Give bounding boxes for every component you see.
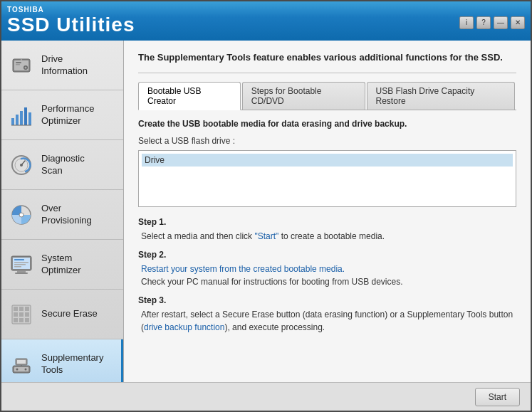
system-optimizer-label: SystemOptimizer bbox=[41, 253, 81, 277]
step-3-highlight: drive backup function bbox=[144, 322, 224, 332]
sidebar-item-secure-erase[interactable]: Secure Erase bbox=[1, 290, 123, 339]
supplementary-tools-icon bbox=[9, 352, 34, 377]
bottom-bar: Start bbox=[1, 382, 531, 411]
svg-rect-40 bbox=[17, 360, 26, 364]
over-provisioning-label: OverProvisioning bbox=[41, 203, 92, 227]
svg-rect-7 bbox=[11, 118, 14, 125]
step-2-section: Step 2. Restart your system from the cre… bbox=[138, 250, 516, 288]
diagnostic-scan-label: DiagnosticScan bbox=[41, 153, 85, 177]
info-button[interactable]: i bbox=[459, 16, 474, 29]
step-2-body: Restart your system from the created boo… bbox=[138, 263, 516, 288]
step-3-section: Step 3. After restart, select a Secure E… bbox=[138, 295, 516, 334]
svg-rect-25 bbox=[14, 264, 26, 265]
tab-bootable-usb[interactable]: Bootable USB Creator bbox=[138, 82, 241, 110]
step-3-title: Step 3. bbox=[138, 295, 516, 305]
content-header-text: The Supplementary Tools feature enables … bbox=[138, 52, 503, 63]
window-controls: i ? — ✕ bbox=[459, 14, 525, 29]
drive-option[interactable]: Drive bbox=[142, 154, 513, 167]
svg-rect-29 bbox=[19, 307, 24, 311]
step-1-section: Step 1. Select a media and then click "S… bbox=[138, 217, 516, 243]
svg-rect-36 bbox=[25, 318, 29, 322]
minimize-button[interactable]: — bbox=[494, 16, 508, 29]
svg-rect-8 bbox=[16, 115, 19, 125]
diagnostic-scan-icon bbox=[9, 152, 34, 178]
sidebar-item-supplementary-tools[interactable]: SupplementaryTools bbox=[1, 339, 123, 382]
svg-rect-33 bbox=[25, 312, 29, 317]
sidebar-item-system-optimizer[interactable]: SystemOptimizer bbox=[1, 240, 123, 290]
svg-rect-31 bbox=[14, 312, 18, 317]
brand-name: TOSHIBA bbox=[7, 6, 135, 14]
svg-point-18 bbox=[19, 213, 24, 217]
svg-rect-21 bbox=[17, 270, 26, 273]
help-button[interactable]: ? bbox=[476, 16, 491, 29]
svg-point-3 bbox=[25, 66, 27, 68]
close-button[interactable]: ✕ bbox=[511, 16, 525, 29]
content-description: The Supplementary Tools feature enables … bbox=[138, 51, 516, 64]
performance-optimizer-label: PerformanceOptimizer bbox=[41, 103, 94, 127]
sidebar: DriveInformation PerformanceOptimizer bbox=[1, 41, 124, 382]
secure-erase-label: Secure Erase bbox=[41, 308, 98, 320]
svg-rect-32 bbox=[19, 312, 24, 317]
step-2-title: Step 2. bbox=[138, 250, 516, 260]
svg-rect-11 bbox=[28, 112, 31, 125]
svg-rect-4 bbox=[16, 62, 21, 63]
sidebar-item-over-provisioning[interactable]: OverProvisioning bbox=[1, 190, 123, 240]
drive-information-icon bbox=[9, 53, 34, 78]
step-2-line1: Restart your system from the created boo… bbox=[141, 264, 345, 274]
tab-content: Create the USB bootable media for data e… bbox=[138, 119, 516, 334]
tab-bar: Bootable USB Creator Steps for Bootable … bbox=[138, 82, 516, 110]
over-provisioning-icon bbox=[9, 202, 34, 228]
brand-block: TOSHIBA SSD Utilities bbox=[7, 6, 135, 36]
step-1-body: Select a media and then click "Start" to… bbox=[138, 230, 516, 243]
main-window: TOSHIBA SSD Utilities i ? — ✕ bbox=[0, 0, 532, 412]
svg-rect-30 bbox=[25, 307, 29, 311]
main-body: DriveInformation PerformanceOptimizer bbox=[1, 41, 531, 382]
sidebar-item-performance-optimizer[interactable]: PerformanceOptimizer bbox=[1, 90, 123, 140]
create-label: Create the USB bootable media for data e… bbox=[138, 119, 516, 129]
svg-point-42 bbox=[16, 368, 19, 370]
select-usb-label: Select a USB flash drive : bbox=[138, 136, 516, 146]
drive-information-label: DriveInformation bbox=[41, 53, 88, 78]
svg-rect-5 bbox=[16, 64, 20, 65]
svg-point-6 bbox=[21, 59, 22, 60]
system-optimizer-icon bbox=[9, 252, 34, 278]
tab-bootable-cd[interactable]: Steps for Bootable CD/DVD bbox=[242, 82, 365, 110]
start-button[interactable]: Start bbox=[475, 388, 520, 406]
usb-drive-listbox[interactable]: Drive bbox=[138, 150, 516, 207]
step-1-title: Step 1. bbox=[138, 217, 516, 227]
svg-line-16 bbox=[21, 161, 25, 165]
svg-rect-26 bbox=[14, 266, 21, 268]
sidebar-item-diagnostic-scan[interactable]: DiagnosticScan bbox=[1, 140, 123, 190]
app-title: SSD Utilities bbox=[7, 14, 135, 36]
svg-rect-9 bbox=[20, 111, 23, 125]
performance-optimizer-icon bbox=[9, 102, 34, 128]
supplementary-tools-label: SupplementaryTools bbox=[41, 352, 103, 376]
tab-flash-restore[interactable]: USB Flash Drive Capacity Restore bbox=[367, 82, 515, 110]
svg-rect-24 bbox=[14, 262, 28, 263]
content-divider bbox=[138, 73, 516, 73]
content-area: The Supplementary Tools feature enables … bbox=[124, 41, 531, 382]
secure-erase-icon bbox=[9, 302, 34, 327]
svg-rect-23 bbox=[14, 259, 24, 260]
title-bar: TOSHIBA SSD Utilities i ? — ✕ bbox=[1, 1, 531, 41]
svg-rect-28 bbox=[14, 307, 18, 311]
step-3-body: After restart, select a Secure Erase but… bbox=[138, 308, 516, 334]
svg-rect-35 bbox=[19, 318, 24, 322]
svg-rect-10 bbox=[24, 107, 27, 125]
svg-rect-22 bbox=[15, 273, 28, 274]
sidebar-item-drive-information[interactable]: DriveInformation bbox=[1, 41, 123, 90]
svg-rect-34 bbox=[14, 318, 18, 322]
step-1-highlight: "Start" bbox=[254, 231, 278, 241]
svg-point-43 bbox=[25, 368, 27, 370]
